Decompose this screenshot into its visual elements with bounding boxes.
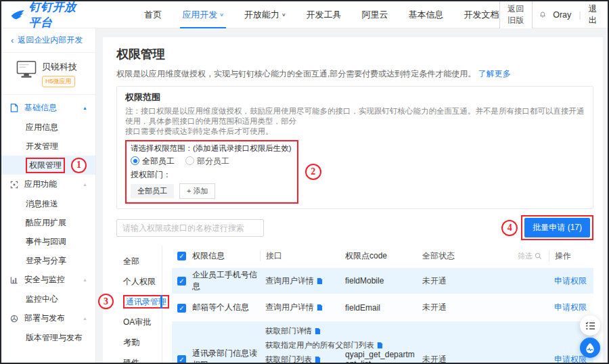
content-card: 权限管理 权限是以应用维度做授权，实现与钉钉核心能力的全面互通,部分需要付费或达…	[103, 37, 603, 363]
topbar-right: 返回旧版 Oray | 退出	[499, 0, 598, 30]
main-content: 权限管理 权限是以应用维度做授权，实现与钉钉核心能力的全面互通,部分需要付费或达…	[96, 28, 608, 363]
apply-permission-link[interactable]: 申请权限	[554, 302, 587, 312]
bar-chart-icon	[10, 275, 20, 285]
nav-dev-tools[interactable]: 开发工具	[307, 1, 342, 28]
nav-open-capability[interactable]: 开放能力∨	[244, 1, 286, 28]
sidebar-item-app-info[interactable]: 应用信息	[1, 118, 95, 137]
logo[interactable]: 钉钉开放平台	[11, 0, 85, 30]
learn-more-link[interactable]: 了解更多	[478, 69, 511, 78]
sidebar-group-app-features[interactable]: 应用功能 ▲	[1, 175, 95, 194]
sidebar-item-cool-app[interactable]: 酷应用扩展	[1, 213, 95, 232]
api-link[interactable]: 获取指定用户的所有父部门列表	[265, 340, 345, 350]
header-api: 接口	[260, 250, 345, 261]
dingtalk-wing-icon	[11, 8, 25, 22]
table-row: ✓ 通讯录部门信息读权限 获取部门详情 获取指定用户的所有父部门列表 获取部门列…	[172, 321, 593, 363]
category-personal[interactable]: 个人权限	[116, 271, 162, 292]
sidebar-item-version-release[interactable]: 版本管理与发布	[1, 328, 95, 347]
table-row: ✓ 企业员工手机号信息 查询用户详情 fieldMobile 未开通 申请权限	[172, 268, 593, 294]
username[interactable]: Oray	[553, 10, 571, 20]
chevron-down-icon: ∨	[281, 12, 286, 18]
back-arrow-icon: ‹	[11, 37, 14, 44]
permission-name: 邮箱等个人信息	[192, 302, 260, 313]
api-link[interactable]: 查询用户详情	[265, 302, 345, 313]
caret-up-icon: ▲	[83, 182, 87, 187]
api-link[interactable]: 获取部门列表	[265, 355, 345, 363]
back-to-internal-dev-link[interactable]: ‹ 返回企业内部开发	[1, 28, 95, 53]
document-icon	[10, 104, 20, 113]
bell-icon[interactable]	[540, 9, 545, 20]
annotation-step-1: 1	[71, 158, 87, 173]
annotation-box-1: 权限管理	[26, 158, 65, 173]
caret-up-icon: ▲	[83, 316, 87, 321]
permission-scope-card: 权限范围 注：接口权限是以应用维度做授权，鼓励应用使用尽可能多的接口，实现跟钉钉…	[116, 86, 593, 209]
logout-link[interactable]: 退出	[589, 3, 598, 26]
table-row: ✓ 邮箱等个人信息 查询用户详情 fieldEmail 未开通 申请权限	[172, 296, 593, 319]
sidebar-menu: 基础信息 ▲ 应用信息 开发管理 权限管理 1 应用功能 ▲ 消息推送 酷应	[1, 95, 95, 347]
row-checkbox[interactable]: ✓	[177, 277, 186, 286]
task-list-float-button[interactable]	[580, 315, 600, 336]
app-info: 贝锐科技 H5微应用	[1, 53, 95, 95]
sidebar-group-security-monitoring[interactable]: 安全与监控 ▲	[1, 270, 95, 290]
sidebar-item-message-push[interactable]: 消息推送	[1, 194, 95, 213]
apply-permission-link[interactable]: 申请权限	[554, 355, 587, 363]
row-checkbox[interactable]: ✓	[177, 304, 186, 313]
sidebar-item-permission-management[interactable]: 权限管理 1	[1, 156, 95, 175]
nav-basic-info[interactable]: 基本信息	[409, 1, 444, 28]
doc-icon	[377, 342, 383, 349]
status-text: 未开通	[422, 354, 487, 363]
nav-home[interactable]: 首页	[144, 1, 162, 28]
app-name: 贝锐科技	[42, 61, 77, 73]
search-input[interactable]	[116, 219, 264, 237]
sidebar-group-deploy-release[interactable]: 部署与发布 ▲	[1, 309, 95, 328]
radio-partial-employees[interactable]: 部分员工	[185, 156, 229, 167]
sidebar-item-events-callbacks[interactable]: 事件与回调	[1, 232, 95, 251]
header-status-filter[interactable]: 全部状态	[422, 250, 487, 262]
sidebar: ‹ 返回企业内部开发 贝锐科技 H5微应用	[1, 28, 96, 363]
filter-control[interactable]: 筛选	[487, 251, 549, 261]
sidebar-group-basic-info[interactable]: 基础信息 ▲	[1, 98, 95, 118]
select-all-checkbox[interactable]: ✓	[177, 252, 186, 260]
sidebar-item-login-share[interactable]: 登录与分享	[1, 251, 95, 270]
deploy-globe-icon	[10, 314, 20, 323]
authorized-department-label: 授权部门：	[131, 169, 292, 181]
category-hardware[interactable]: 硬件	[116, 352, 162, 363]
add-department-button[interactable]: + 添加	[179, 183, 215, 199]
annotation-box-2: 请选择权限范围：(添加通讯录接口权限后生效) 全部员工 部分员工 授权部门：	[125, 140, 298, 204]
annotation-step-2: 2	[305, 164, 321, 180]
radio-unselected-icon	[185, 156, 194, 165]
nav-aliyun[interactable]: 阿里云	[362, 1, 388, 28]
radio-all-employees[interactable]: 全部员工	[131, 156, 175, 167]
scope-title: 权限范围	[125, 91, 585, 104]
api-link[interactable]: 获取部门详情	[265, 326, 345, 336]
topbar: 钉钉开放平台 首页 应用开发∨ 开放能力∨ 开发工具 阿里云 基本信息 开发文档…	[1, 1, 608, 28]
category-contacts[interactable]: 3 通讯录管理	[116, 292, 162, 312]
nav-dev-docs[interactable]: 开发文档	[464, 1, 499, 28]
permission-code: fieldEmail	[345, 303, 422, 313]
permission-code: qyapi_get_department_list	[345, 350, 422, 363]
sidebar-item-monitor-center[interactable]: 监控中心	[1, 290, 95, 309]
table-header: ✓ 权限信息 接口 权限点code 全部状态 筛选 操作	[172, 246, 593, 266]
page-title: 权限管理	[116, 46, 593, 62]
batch-apply-button[interactable]: 批量申请 (17)	[524, 218, 590, 237]
sidebar-item-dev-management[interactable]: 开发管理	[1, 137, 95, 156]
top-navigation: 首页 应用开发∨ 开放能力∨ 开发工具 阿里云 基本信息 开发文档	[144, 1, 499, 28]
caret-up-icon: ▲	[83, 277, 87, 282]
row-checkbox[interactable]: ✓	[177, 355, 186, 363]
category-oa-approval[interactable]: OA审批	[116, 312, 162, 332]
return-old-version-button[interactable]: 返回旧版	[499, 0, 533, 30]
doc-icon	[317, 277, 323, 285]
nav-app-development[interactable]: 应用开发∨	[182, 1, 224, 28]
app-type-badge: H5微应用	[42, 76, 75, 87]
category-all[interactable]: 全部	[116, 251, 162, 271]
permission-table: ✓ 权限信息 接口 权限点code 全部状态 筛选 操作	[172, 246, 593, 363]
page-description: 权限是以应用维度做授权，实现与钉钉核心能力的全面互通,部分需要付费或达到特定条件…	[116, 68, 593, 80]
scope-select-label: 请选择权限范围：(添加通讯录接口权限后生效)	[131, 143, 292, 154]
header-action: 操作	[549, 250, 593, 261]
category-attendance[interactable]: 考勤	[116, 332, 162, 352]
department-tag: 全部员工	[131, 184, 174, 198]
apply-permission-link[interactable]: 申请权限	[554, 276, 587, 286]
customer-service-float-button[interactable]	[580, 338, 600, 358]
api-link[interactable]: 查询用户详情	[265, 275, 345, 287]
dingtalk-open-platform-window: 钉钉开放平台 首页 应用开发∨ 开放能力∨ 开发工具 阿里云 基本信息 开发文档…	[0, 0, 609, 364]
doc-icon	[315, 327, 321, 335]
